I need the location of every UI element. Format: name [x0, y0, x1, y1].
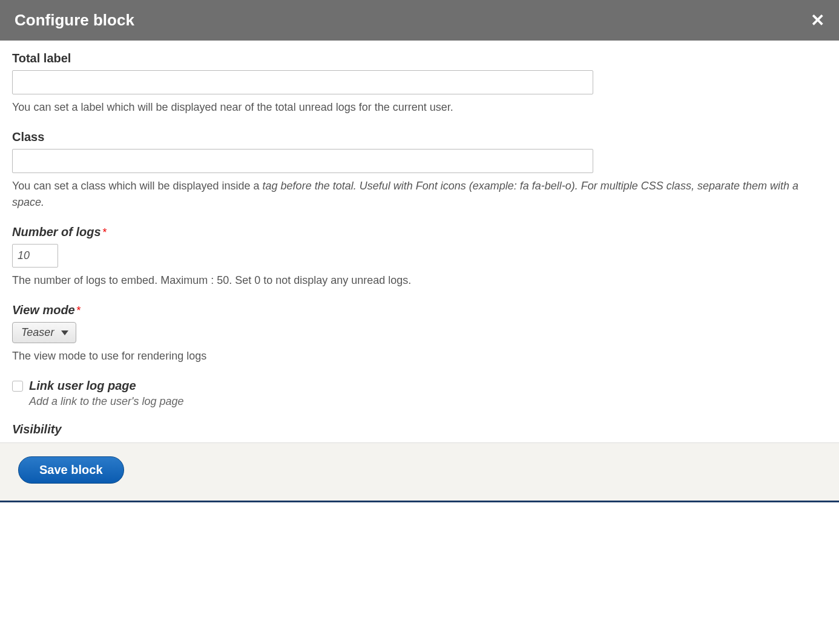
field-total-label: Total label You can set a label which wi… [12, 51, 827, 116]
modal-title: Configure block [15, 11, 134, 30]
close-icon[interactable]: ✕ [811, 12, 824, 29]
field-view-mode: View mode* Teaser The view mode to use f… [12, 303, 827, 364]
total-label-input[interactable] [12, 70, 593, 94]
required-icon: * [102, 226, 107, 238]
visibility-heading: Visibility [12, 422, 827, 436]
link-user-log-description: Add a link to the user's log page [29, 395, 827, 408]
view-mode-value: Teaser [21, 326, 54, 339]
view-mode-description: The view mode to use for rendering logs [12, 348, 827, 364]
modal-body: Total label You can set a label which wi… [0, 41, 839, 436]
configure-block-modal: Configure block ✕ Total label You can se… [0, 0, 839, 502]
class-description-prefix: You can set a class which will be displa… [12, 180, 263, 192]
field-link-user-log: Link user log page Add a link to the use… [12, 379, 827, 408]
class-input[interactable] [12, 149, 593, 173]
view-mode-label: View mode* [12, 303, 827, 317]
link-user-log-row: Link user log page [12, 379, 827, 393]
number-of-logs-input[interactable] [12, 244, 58, 268]
modal-header: Configure block ✕ [0, 0, 839, 41]
required-icon: * [76, 304, 81, 317]
class-label: Class [12, 130, 827, 144]
chevron-down-icon [61, 330, 68, 335]
save-block-button[interactable]: Save block [18, 456, 124, 484]
number-of-logs-label: Number of logs* [12, 225, 827, 239]
link-user-log-label: Link user log page [29, 379, 136, 393]
number-of-logs-label-text: Number of logs [12, 225, 101, 238]
modal-footer: Save block [0, 442, 839, 502]
field-number-of-logs: Number of logs* The number of logs to em… [12, 225, 827, 289]
class-description: You can set a class which will be displa… [12, 178, 827, 211]
total-label-label: Total label [12, 51, 827, 65]
link-user-log-checkbox[interactable] [12, 381, 23, 392]
view-mode-label-text: View mode [12, 303, 75, 317]
view-mode-select[interactable]: Teaser [12, 322, 76, 343]
number-of-logs-description: The number of logs to embed. Maximum : 5… [12, 272, 827, 289]
total-label-description: You can set a label which will be displa… [12, 99, 827, 116]
field-class: Class You can set a class which will be … [12, 130, 827, 211]
